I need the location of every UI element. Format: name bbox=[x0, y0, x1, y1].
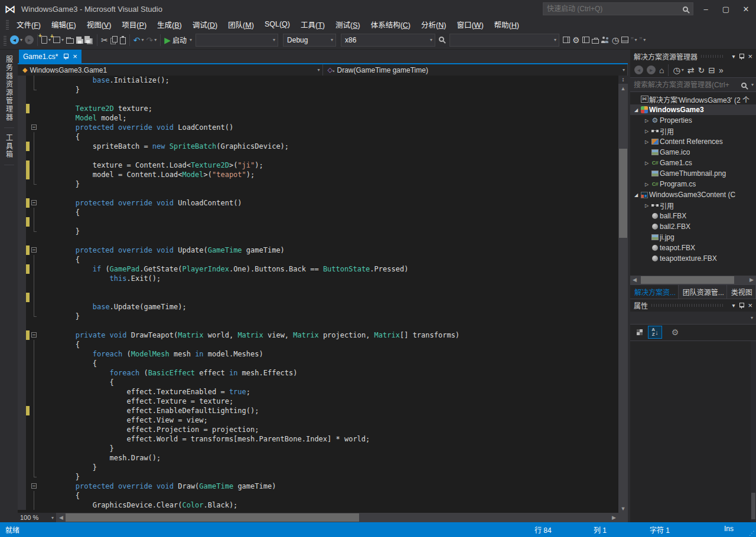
open-file-button[interactable] bbox=[65, 33, 75, 47]
menu-item-1[interactable]: 编辑(E) bbox=[46, 18, 82, 31]
editor-vertical-scrollbar[interactable]: ↕ ▲ ▼ bbox=[618, 76, 628, 513]
se-collapse-all-button[interactable]: ⊟ bbox=[706, 63, 717, 77]
expander-icon[interactable]: ▷ bbox=[643, 139, 650, 145]
tree-item-teapottexture-fbx[interactable]: teapottexture.FBX bbox=[630, 253, 756, 264]
toolbox-icon[interactable] bbox=[591, 33, 600, 47]
solution-search-box[interactable]: ▾ bbox=[630, 78, 756, 92]
scroll-up-arrow[interactable]: ▲ bbox=[618, 84, 628, 93]
se-back-button[interactable]: ◂ bbox=[633, 63, 645, 77]
se-forward-button[interactable]: ▸ bbox=[645, 63, 657, 77]
minimize-button[interactable]: – bbox=[696, 1, 716, 17]
scroll-right-arrow[interactable]: ▶ bbox=[747, 275, 756, 284]
se-refresh-button[interactable]: ↻ bbox=[696, 63, 706, 77]
collapse-icon[interactable]: − bbox=[31, 247, 37, 253]
maximize-button[interactable]: ▢ bbox=[716, 1, 736, 17]
panel-tab-2[interactable]: 类视图 bbox=[727, 285, 756, 299]
tree-item-windowsgame3[interactable]: ◢WindowsGame3 bbox=[630, 104, 756, 115]
properties-object-dropdown[interactable]: ▾ bbox=[630, 312, 756, 325]
menu-item-3[interactable]: 项目(P) bbox=[116, 18, 152, 31]
menu-item-8[interactable]: 工具(T) bbox=[295, 18, 330, 31]
close-icon[interactable]: × bbox=[748, 52, 752, 61]
expander-icon[interactable]: ◢ bbox=[633, 192, 640, 198]
fold-toggle[interactable]: − bbox=[30, 245, 39, 255]
scroll-right-arrow[interactable]: ▶ bbox=[610, 513, 618, 522]
nav-forward-button[interactable]: ▸ bbox=[24, 33, 35, 47]
nav-back-button[interactable]: ◂▾ bbox=[9, 33, 24, 47]
collapse-icon[interactable]: − bbox=[31, 125, 37, 130]
tab-game1cs[interactable]: Game1.cs* × bbox=[19, 50, 82, 63]
collapse-icon[interactable]: − bbox=[31, 332, 37, 338]
zoom-selector[interactable]: 100 % ▾ bbox=[18, 513, 57, 522]
expander-icon[interactable]: ▷ bbox=[643, 161, 650, 166]
tree-item-content-references[interactable]: ▷Content References bbox=[630, 136, 756, 147]
tree-item-windowsgame3content-c[interactable]: ◢WindowsGame3Content (C bbox=[630, 189, 756, 200]
menu-item-10[interactable]: 体系结构(C) bbox=[366, 18, 416, 31]
save-button[interactable] bbox=[75, 33, 84, 47]
pin-icon[interactable] bbox=[63, 53, 68, 60]
start-debug-button[interactable]: ▶启动▾ bbox=[163, 33, 193, 47]
find-in-files-icon[interactable] bbox=[438, 33, 447, 47]
code-editor[interactable]: base.Initialize(); } Texture2D texture; … bbox=[18, 76, 628, 513]
toolbar-options-button[interactable]: ”▾ bbox=[630, 33, 638, 47]
tree-item--windowsgame3-2-[interactable]: ⋈解决方案'WindowsGame3' (2 个 bbox=[630, 94, 756, 104]
expander-icon[interactable]: ▷ bbox=[643, 118, 650, 123]
add-item-button[interactable]: ▾ bbox=[52, 33, 65, 47]
search-icon[interactable] bbox=[741, 83, 747, 88]
server-explorer-icon[interactable] bbox=[581, 33, 591, 47]
menu-item-12[interactable]: 窗口(W) bbox=[451, 18, 488, 31]
expander-icon[interactable]: ▷ bbox=[643, 203, 650, 208]
solution-explorer-icon[interactable] bbox=[562, 33, 571, 47]
pin-icon[interactable] bbox=[739, 302, 744, 309]
expander-icon[interactable]: ▷ bbox=[643, 129, 650, 134]
method-dropdown[interactable]: ◇⁎ Draw(GameTime gameTime) ▾ bbox=[323, 64, 628, 76]
scroll-left-arrow[interactable]: ◀ bbox=[630, 275, 639, 284]
cut-button[interactable]: ✂ bbox=[100, 33, 109, 47]
undo-button[interactable]: ↶▾ bbox=[132, 33, 145, 47]
tab-close-icon[interactable]: × bbox=[73, 52, 77, 61]
scrollbar-thumb[interactable] bbox=[641, 276, 734, 284]
tree-item-properties[interactable]: ▷⚙Properties bbox=[630, 115, 756, 126]
close-icon[interactable]: × bbox=[748, 301, 752, 310]
solution-search-input[interactable] bbox=[630, 81, 741, 89]
resize-grip[interactable]: ⋰ bbox=[749, 530, 755, 536]
startup-project-combo[interactable]: ▾ bbox=[195, 34, 278, 47]
categorized-button[interactable] bbox=[633, 326, 647, 339]
scrollbar-thumb[interactable] bbox=[619, 149, 627, 238]
window-menu-icon[interactable]: ▾ bbox=[732, 302, 735, 309]
find-combo[interactable]: ▾ bbox=[449, 34, 559, 47]
menu-item-11[interactable]: 分析(N) bbox=[416, 18, 451, 31]
fold-toggle[interactable]: − bbox=[30, 330, 39, 340]
se-sync-button[interactable]: ⇄ bbox=[686, 63, 696, 77]
solution-horizontal-scrollbar[interactable]: ◀ ▶ bbox=[630, 276, 756, 284]
history-icon[interactable]: ◷ bbox=[611, 33, 620, 47]
tree-item-ji-jpg[interactable]: ji.jpg bbox=[630, 232, 756, 243]
pin-icon[interactable] bbox=[739, 53, 744, 60]
menu-item-9[interactable]: 测试(S) bbox=[330, 18, 366, 31]
search-icon[interactable] bbox=[680, 4, 693, 14]
side-tab-0[interactable]: 服务器资源管理器 bbox=[4, 50, 14, 128]
property-pages-button[interactable]: ⚙ bbox=[668, 326, 682, 339]
expander-icon[interactable]: ▷ bbox=[643, 182, 650, 187]
class-dropdown[interactable]: ◆ WindowsGame3.Game1 ▾ bbox=[18, 64, 323, 76]
quick-launch-input[interactable] bbox=[543, 5, 680, 13]
properties-window-icon[interactable]: ⚙ bbox=[571, 33, 581, 47]
menu-item-6[interactable]: 团队(M) bbox=[223, 18, 259, 31]
scrollbar-thumb[interactable] bbox=[66, 513, 359, 522]
splitter-handle[interactable]: ↕ bbox=[618, 76, 628, 84]
platform-combo[interactable]: x86▾ bbox=[341, 34, 435, 47]
panel-tab-0[interactable]: 解决方案资... bbox=[630, 285, 679, 299]
scrollbar-thumb[interactable] bbox=[751, 493, 755, 519]
menu-item-5[interactable]: 调试(D) bbox=[187, 18, 223, 31]
tree-item-gamethumbnail-png[interactable]: GameThumbnail.png bbox=[630, 168, 756, 179]
menu-item-4[interactable]: 生成(B) bbox=[152, 18, 187, 31]
editor-horizontal-scrollbar[interactable] bbox=[66, 513, 610, 522]
collapse-icon[interactable]: − bbox=[31, 483, 37, 489]
team-explorer-icon[interactable] bbox=[600, 33, 611, 47]
menu-item-0[interactable]: 文件(F) bbox=[11, 18, 46, 31]
toolbar-options-button[interactable]: ”▾ bbox=[638, 33, 647, 47]
window-layout-icon[interactable] bbox=[620, 33, 630, 47]
tree-item-ball2-fbx[interactable]: ball2.FBX bbox=[630, 221, 756, 232]
chevron-down-icon[interactable]: ▾ bbox=[751, 82, 754, 87]
expander-icon[interactable]: ◢ bbox=[633, 107, 640, 113]
fold-toggle[interactable]: − bbox=[30, 123, 39, 132]
